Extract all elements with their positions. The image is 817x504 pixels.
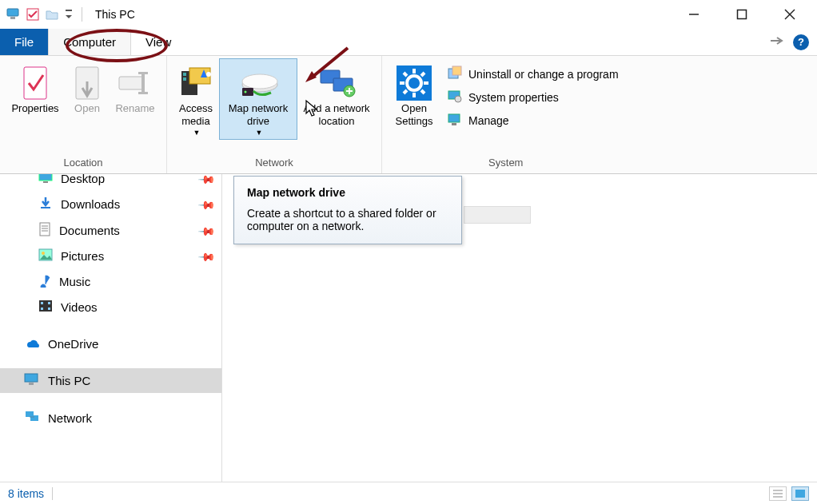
downloads-icon [38, 196, 53, 212]
tooltip-title: Map network drive [247, 186, 448, 199]
svg-rect-13 [138, 92, 148, 94]
status-bar: 8 items [0, 482, 817, 504]
sidebar-item-thispc[interactable]: This PC [0, 368, 221, 393]
sidebar-item-documents[interactable]: Documents 📌 [0, 217, 221, 244]
manage-button[interactable]: Manage [444, 110, 622, 130]
sidebar-item-onedrive[interactable]: OneDrive [0, 332, 221, 355]
open-settings-button[interactable]: Open Settings [387, 59, 441, 130]
rename-label: Rename [115, 102, 154, 115]
onedrive-icon [24, 337, 40, 351]
thispc-icon [6, 7, 21, 22]
svg-line-6 [785, 10, 795, 19]
svg-rect-55 [41, 308, 43, 310]
svg-rect-21 [242, 88, 253, 96]
background-strip [464, 206, 531, 224]
access-media-label: Access media [173, 102, 218, 129]
svg-rect-47 [40, 223, 50, 236]
sidebar-item-label: Documents [59, 224, 120, 237]
svg-point-18 [206, 72, 211, 77]
sidebar-item-videos[interactable]: Videos [0, 295, 221, 319]
help-button[interactable]: ? [793, 34, 809, 50]
svg-rect-58 [25, 374, 38, 382]
ribbon-group-system-label: System [387, 153, 625, 173]
sidebar-item-label: Desktop [61, 174, 105, 185]
tab-file[interactable]: File [0, 29, 48, 55]
sidebar-item-label: Pictures [61, 249, 104, 263]
rename-icon [118, 64, 153, 102]
access-media-button[interactable]: Access media▼ [172, 59, 220, 139]
collapse-ribbon-icon[interactable] [771, 36, 785, 48]
svg-rect-8 [24, 67, 46, 99]
system-properties-icon [448, 89, 462, 105]
tooltip-map-network-drive: Map network drive Create a shortcut to a… [233, 176, 462, 244]
settings-icon [397, 64, 432, 102]
add-location-icon [317, 64, 356, 102]
thispc-icon [24, 373, 40, 388]
sidebar-item-label: Network [48, 411, 92, 425]
minimize-button[interactable] [670, 0, 718, 29]
uninstall-button[interactable]: Uninstall or change a program [444, 64, 622, 84]
svg-rect-59 [29, 383, 34, 385]
qat-dropdown-icon[interactable] [64, 7, 74, 22]
svg-rect-57 [48, 308, 50, 310]
chevron-down-icon: ▼ [256, 129, 263, 137]
svg-rect-0 [7, 9, 18, 16]
system-properties-button[interactable]: System properties [444, 87, 622, 107]
pin-icon: 📌 [197, 247, 216, 265]
svg-rect-45 [43, 181, 48, 183]
properties-button[interactable]: Properties [5, 59, 66, 117]
sidebar-item-music[interactable]: Music [0, 268, 221, 295]
map-drive-label: Map network drive [221, 102, 295, 129]
uninstall-label: Uninstall or change a program [468, 68, 619, 81]
content-area: Desktop 📌 Downloads 📌 Documents 📌 Pictur… [0, 174, 817, 482]
tab-computer[interactable]: Computer [48, 29, 131, 55]
tab-view[interactable]: View [131, 29, 185, 55]
music-icon [38, 273, 51, 290]
open-settings-label: Open Settings [389, 102, 440, 129]
svg-point-41 [455, 96, 461, 102]
svg-rect-16 [183, 77, 186, 81]
svg-rect-1 [10, 17, 15, 19]
access-media-icon [180, 64, 212, 102]
ribbon-tabs: File Computer View ? [0, 29, 817, 56]
sidebar-item-network[interactable]: Network [0, 406, 221, 431]
titlebar: This PC [0, 0, 817, 29]
sidebar-item-pictures[interactable]: Pictures 📌 [0, 244, 221, 268]
pin-icon: 📌 [197, 195, 216, 213]
navigation-sidebar[interactable]: Desktop 📌 Downloads 📌 Documents 📌 Pictur… [0, 174, 222, 482]
svg-line-37 [404, 90, 407, 93]
open-button: Open [66, 59, 109, 117]
thumbnails-view-button[interactable] [791, 486, 809, 501]
svg-rect-10 [119, 77, 143, 89]
properties-qat-icon[interactable] [26, 7, 40, 22]
ribbon-group-network-label: Network [172, 153, 377, 173]
details-view-button[interactable] [769, 486, 787, 501]
main-pane[interactable]: Map network drive Create a shortcut to a… [222, 174, 817, 482]
sidebar-item-label: Music [59, 275, 90, 288]
folder-qat-icon[interactable] [45, 7, 59, 22]
close-button[interactable] [766, 0, 814, 29]
sidebar-item-label: Downloads [61, 197, 120, 211]
map-network-drive-button[interactable]: Map network drive▼ [220, 59, 297, 139]
svg-rect-39 [452, 66, 461, 75]
uninstall-icon [448, 65, 462, 82]
add-network-location-button[interactable]: Add a network location [297, 59, 377, 130]
rename-button: Rename [109, 59, 161, 117]
svg-line-36 [421, 73, 424, 76]
videos-icon [38, 300, 53, 315]
svg-rect-3 [66, 10, 72, 11]
maximize-button[interactable] [718, 0, 766, 29]
sidebar-item-label: OneDrive [48, 337, 98, 351]
pin-icon: 📌 [197, 221, 216, 240]
sidebar-item-label: Videos [61, 300, 98, 314]
sidebar-item-downloads[interactable]: Downloads 📌 [0, 191, 221, 217]
svg-point-20 [242, 74, 277, 89]
svg-rect-15 [183, 73, 186, 76]
svg-point-52 [42, 252, 45, 255]
properties-icon [21, 64, 50, 102]
sidebar-item-desktop[interactable]: Desktop 📌 [0, 174, 221, 191]
svg-rect-42 [448, 114, 460, 122]
pictures-icon [38, 248, 53, 264]
ribbon-group-network: Access media▼ Map network drive▼ Add a n… [167, 56, 382, 173]
status-item-count: 8 items [8, 487, 44, 500]
